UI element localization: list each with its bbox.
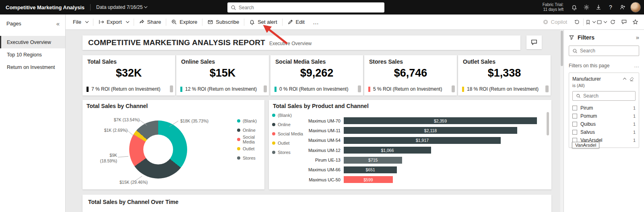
- page-item-return-on-investment[interactable]: Return on Investment: [0, 61, 65, 73]
- filter-value-row[interactable]: Pirum1: [572, 104, 636, 112]
- global-search-input[interactable]: [239, 5, 381, 10]
- set-alert-button[interactable]: Set alert: [245, 15, 281, 30]
- explore-button[interactable]: Explore: [167, 15, 201, 30]
- reset-history-icon[interactable]: [571, 17, 582, 28]
- share-user-icon[interactable]: [617, 1, 629, 13]
- notifications-bell-icon[interactable]: [568, 1, 580, 13]
- filter-value-row[interactable]: Salvus1: [572, 128, 636, 136]
- collapse-filter-card-icon[interactable]: [619, 78, 627, 80]
- fabric-trial-label: Fabric Trial: 11 days left: [543, 2, 564, 12]
- help-icon[interactable]: ?: [605, 1, 617, 13]
- kpi-scroll-thumb[interactable]: [264, 85, 267, 92]
- favorite-star-icon[interactable]: [630, 17, 641, 28]
- filter-value-row[interactable]: Pomum1: [572, 112, 636, 120]
- filter-value-label: Quibus: [580, 121, 596, 127]
- bar-row[interactable]: Pirum UE-13$715: [270, 157, 540, 164]
- bookmark-icon[interactable]: [584, 17, 596, 28]
- kpi-roi-label: 0 % ROI (Return on Investment): [279, 86, 348, 92]
- chart-total-sales-by-product-and-channel[interactable]: Total Sales by Product and Channel (Blan…: [269, 100, 551, 189]
- bar-row[interactable]: Maximus UM-70$2,359: [270, 117, 540, 124]
- bar[interactable]: $599: [344, 176, 393, 183]
- bar-category: Maximus UC-50: [270, 177, 344, 182]
- data-updated-button[interactable]: Data updated 7/16/25: [96, 4, 147, 10]
- share-button[interactable]: Share: [135, 15, 165, 30]
- page-item-label: Return on Investment: [7, 64, 55, 70]
- copilot-button[interactable]: Copilot: [539, 19, 571, 25]
- filter-card-search-input[interactable]: [583, 93, 632, 99]
- comment-icon[interactable]: [618, 17, 630, 28]
- bar-value-label: $715: [368, 158, 378, 162]
- chart-scrollbar[interactable]: [547, 112, 549, 135]
- toolbar-more-button[interactable]: …: [309, 19, 323, 25]
- bar-value-label: $2,359: [434, 118, 447, 123]
- legend-item[interactable]: Social Media: [237, 135, 264, 144]
- pencil-icon: [287, 19, 293, 25]
- kpi-scroll-thumb[interactable]: [545, 85, 549, 92]
- subscribe-button[interactable]: Subscribe: [203, 15, 243, 30]
- checkbox[interactable]: [572, 114, 577, 118]
- collapse-filters-icon[interactable]: »: [636, 34, 639, 41]
- chart-total-sales-over-time[interactable]: Total Sales by Channel Over Time: [83, 195, 551, 212]
- donut-chart[interactable]: [129, 121, 187, 179]
- bar[interactable]: $2,118: [344, 127, 517, 134]
- bar-row[interactable]: Maximus UM-66$651: [270, 166, 540, 173]
- filter-card-search[interactable]: [572, 91, 636, 101]
- refresh-icon[interactable]: [607, 17, 618, 28]
- bar-row[interactable]: Maximus UC-50$599: [270, 176, 540, 183]
- filter-value-row[interactable]: Quibus1: [572, 120, 636, 128]
- collapse-pages-icon[interactable]: «: [56, 20, 60, 27]
- legend-swatch: [237, 129, 240, 132]
- checkbox[interactable]: [572, 122, 577, 127]
- global-search[interactable]: [227, 2, 384, 12]
- chart-legend: (Blank) Online Social Media Outlet Store…: [237, 116, 264, 162]
- export-menu-button[interactable]: Export: [94, 15, 133, 30]
- kpi-card-stores-sales[interactable]: Stores Sales $6,746 5 % ROI (Return on I…: [364, 55, 457, 96]
- filters-more-button[interactable]: …: [634, 62, 639, 69]
- bar-row[interactable]: Maximus UM-12$1,066: [270, 147, 540, 154]
- kpi-scroll-thumb[interactable]: [358, 85, 361, 92]
- bar-category: Maximus UM-54: [270, 138, 344, 143]
- bar[interactable]: $1,066: [344, 147, 431, 154]
- legend-item[interactable]: Online: [237, 125, 264, 135]
- kpi-roi-label: 5 % ROI (Return on Investment): [373, 86, 442, 92]
- chart-total-sales-by-channel[interactable]: Total Sales by Channel $18K (35.73%) $7K…: [83, 100, 264, 189]
- bar[interactable]: $651: [344, 166, 397, 173]
- bar[interactable]: $2,359: [344, 117, 537, 124]
- canvas-comment-button[interactable]: [526, 35, 542, 49]
- page-item-executive-overview[interactable]: Executive Overview: [0, 36, 65, 48]
- kpi-card-total-sales[interactable]: Total Sales $32K 7 % ROI (Return on Inve…: [83, 55, 175, 96]
- filters-search[interactable]: [569, 46, 639, 56]
- chart-title: Total Sales by Channel: [87, 103, 148, 109]
- kpi-marker: [368, 87, 370, 92]
- kpi-card-social-media-sales[interactable]: Social Media Sales $9,262 0 % ROI (Retur…: [270, 55, 363, 96]
- download-icon[interactable]: [592, 1, 605, 13]
- kpi-card-online-sales[interactable]: Online Sales $15K 12 % ROI (Return on In…: [176, 55, 269, 96]
- search-icon: [576, 94, 581, 98]
- toolbar-divider: [202, 19, 202, 26]
- legend-item[interactable]: (Blank): [237, 116, 264, 125]
- bar[interactable]: $1,917: [344, 137, 501, 144]
- filter-value-label: Pirum: [580, 105, 593, 111]
- legend-item[interactable]: Outlet: [237, 144, 264, 153]
- bar[interactable]: $715: [344, 157, 402, 164]
- edit-button[interactable]: Edit: [283, 15, 309, 30]
- kpi-marker: [87, 87, 89, 92]
- kpi-scroll-thumb[interactable]: [452, 85, 455, 92]
- canvas-scrollbar-thumb[interactable]: [561, 31, 563, 66]
- file-menu-button[interactable]: File: [69, 15, 92, 30]
- bar-row[interactable]: Maximus UM-54$1,917: [270, 137, 540, 144]
- user-avatar[interactable]: [630, 2, 641, 12]
- legend-item[interactable]: Stores: [237, 153, 264, 162]
- filters-search-input[interactable]: [580, 48, 636, 54]
- view-mode-icon[interactable]: [596, 17, 607, 28]
- clear-filter-eraser-icon[interactable]: [627, 77, 636, 82]
- checkbox[interactable]: [572, 130, 577, 135]
- kpi-scroll-thumb[interactable]: [170, 85, 173, 92]
- bar-row[interactable]: Maximus UM-11$2,118: [270, 127, 540, 134]
- canvas-scrollbar[interactable]: [560, 30, 564, 212]
- bar-category: Maximus UM-12: [270, 148, 344, 153]
- page-item-top-10-regions[interactable]: Top 10 Regions: [0, 48, 65, 61]
- kpi-card-outlet-sales[interactable]: Outlet Sales $1,338 18 % ROI (Return on …: [458, 55, 551, 96]
- settings-gear-icon[interactable]: [580, 1, 592, 13]
- checkbox[interactable]: [572, 106, 577, 110]
